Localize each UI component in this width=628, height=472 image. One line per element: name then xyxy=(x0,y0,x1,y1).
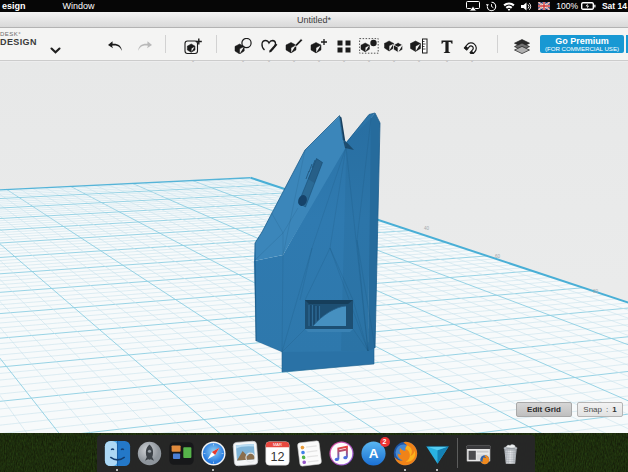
snap-value[interactable]: 1 xyxy=(612,405,616,414)
calendar-day: 12 xyxy=(270,449,284,463)
window-title: Untitled* xyxy=(297,15,331,25)
running-indicator xyxy=(404,469,406,471)
dock-safari-icon[interactable] xyxy=(200,440,227,467)
main-menu-chevron-icon[interactable] xyxy=(50,40,61,58)
toolbar-sketch-button[interactable]: ⌄ xyxy=(258,34,280,58)
time-machine-icon[interactable] xyxy=(486,1,497,12)
dock-preview-icon[interactable] xyxy=(232,440,259,467)
edit-grid-button[interactable]: Edit Grid xyxy=(516,402,572,417)
toolbar-separator xyxy=(165,35,166,53)
dock: MAR 12 xyxy=(97,435,535,472)
toolbar-separator xyxy=(497,35,498,53)
toolbar-pattern-button[interactable]: ⌄ xyxy=(333,34,355,58)
app-window: Untitled* DESK° DESIGN xyxy=(0,12,628,433)
app-store-badge: 2 xyxy=(380,437,390,447)
dock-app-store-icon[interactable]: A 2 xyxy=(360,440,387,467)
dock-calendar-icon[interactable]: MAR 12 xyxy=(264,440,291,467)
running-indicator xyxy=(436,469,438,471)
menu-clock[interactable]: Sat 14 xyxy=(602,1,627,11)
dock-finder-icon[interactable] xyxy=(104,440,131,467)
calendar-month: MAR xyxy=(273,442,282,447)
screen: esign Window 100% Sat 14 xyxy=(0,0,628,472)
dock-launchpad-icon[interactable] xyxy=(136,440,163,467)
model-object[interactable] xyxy=(0,62,628,433)
running-indicator xyxy=(212,469,214,471)
toolbar-snap-button[interactable]: ⌄ xyxy=(461,34,483,58)
toolbar-transform-button[interactable]: ⌄ xyxy=(232,34,254,58)
toolbar-grouping-button[interactable]: ⌄ xyxy=(358,34,380,58)
uk-flag-icon[interactable] xyxy=(538,2,550,10)
running-indicator xyxy=(116,469,118,471)
dock-firefox-icon[interactable] xyxy=(392,440,419,467)
redo-button[interactable] xyxy=(134,34,156,58)
snap-label: Snap xyxy=(583,405,602,414)
toolbar-combine-button[interactable]: ⌄ xyxy=(383,34,405,58)
toolbar-separator xyxy=(216,35,217,53)
desktop-wallpaper: MAR 12 xyxy=(0,433,628,472)
menu-bar: esign Window 100% Sat 14 xyxy=(0,0,628,12)
toolbar-text-button[interactable]: ⌄ xyxy=(436,34,458,58)
app-logo: DESK° DESIGN xyxy=(0,31,48,47)
undo-button[interactable] xyxy=(104,34,126,58)
app-menu[interactable]: esign xyxy=(2,1,26,11)
viewport-3d[interactable]: 406080 xyxy=(0,62,628,433)
dock-reminders-icon[interactable] xyxy=(296,440,323,467)
battery-icon[interactable] xyxy=(581,2,596,10)
toolbar-modify-button[interactable]: ⌄ xyxy=(308,34,330,58)
svg-text:(FOR COMMERCIAL USE): (FOR COMMERCIAL USE) xyxy=(545,46,619,52)
dock-minimized-firefox-window[interactable] xyxy=(465,440,492,467)
dock-itunes-icon[interactable] xyxy=(328,440,355,467)
battery-percent: 100% xyxy=(556,1,578,11)
svg-text:A: A xyxy=(368,446,378,461)
toolbar-construct-button[interactable]: ⌄ xyxy=(283,34,305,58)
dock-123d-design-icon[interactable] xyxy=(424,440,451,467)
wifi-icon[interactable] xyxy=(503,2,515,11)
toolbar-material-button[interactable] xyxy=(511,34,533,58)
airplay-icon[interactable] xyxy=(466,1,480,11)
toolbar-measure-button[interactable]: ⌄ xyxy=(408,34,430,58)
title-bar[interactable]: Untitled* xyxy=(0,12,628,28)
snap-control[interactable]: Snap : 1 xyxy=(577,402,623,417)
dock-separator xyxy=(457,438,458,468)
toolbar: DESK° DESIGN ⌄ xyxy=(0,28,628,61)
snap-colon: : xyxy=(606,405,608,414)
dock-mission-control-icon[interactable] xyxy=(168,440,195,467)
toolbar-primitives-button[interactable]: ⌄ xyxy=(182,34,204,58)
volume-icon[interactable] xyxy=(521,2,532,11)
go-premium-button[interactable]: Go Premium (FOR COMMERCIAL USE) xyxy=(540,35,624,53)
dock-trash-icon[interactable] xyxy=(497,440,524,467)
menu-window[interactable]: Window xyxy=(63,1,95,11)
